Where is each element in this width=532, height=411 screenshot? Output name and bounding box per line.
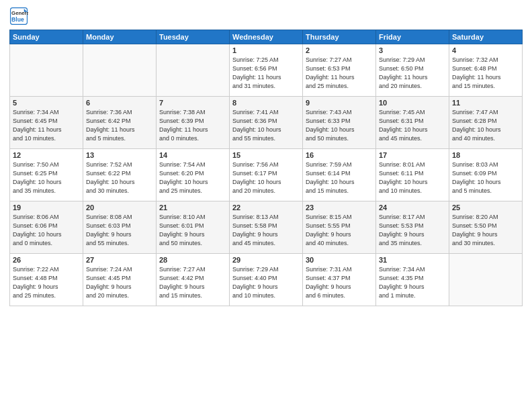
day-number: 7	[159, 99, 226, 107]
day-number: 21	[159, 203, 226, 212]
calendar-cell: 30Sunrise: 7:31 AM Sunset: 4:37 PM Dayli…	[303, 254, 376, 306]
day-info: Sunrise: 8:10 AM Sunset: 6:01 PM Dayligh…	[159, 213, 226, 248]
weekday-header: Monday	[83, 30, 157, 44]
day-number: 11	[452, 99, 519, 107]
day-info: Sunrise: 7:50 AM Sunset: 6:25 PM Dayligh…	[13, 161, 80, 195]
calendar-cell: 2Sunrise: 7:27 AM Sunset: 6:53 PM Daylig…	[303, 44, 376, 97]
day-info: Sunrise: 8:08 AM Sunset: 6:03 PM Dayligh…	[86, 213, 153, 248]
day-info: Sunrise: 7:34 AM Sunset: 6:45 PM Dayligh…	[13, 108, 80, 143]
day-number: 14	[159, 151, 226, 159]
calendar-cell: 14Sunrise: 7:54 AM Sunset: 6:20 PM Dayli…	[157, 149, 230, 201]
day-number: 17	[379, 151, 446, 159]
svg-text:Blue: Blue	[11, 16, 24, 23]
weekday-header: Tuesday	[157, 30, 230, 44]
logo: General Blue	[9, 7, 28, 26]
calendar-cell	[449, 254, 523, 306]
day-info: Sunrise: 7:32 AM Sunset: 6:48 PM Dayligh…	[452, 56, 519, 91]
day-info: Sunrise: 7:56 AM Sunset: 6:17 PM Dayligh…	[232, 161, 300, 195]
day-number: 12	[13, 151, 80, 159]
day-number: 18	[452, 151, 519, 159]
weekday-row: SundayMondayTuesdayWednesdayThursdayFrid…	[10, 30, 523, 44]
day-info: Sunrise: 7:34 AM Sunset: 4:35 PM Dayligh…	[379, 265, 446, 300]
day-info: Sunrise: 7:59 AM Sunset: 6:14 PM Dayligh…	[306, 161, 373, 195]
day-number: 22	[232, 203, 300, 212]
calendar-cell: 31Sunrise: 7:34 AM Sunset: 4:35 PM Dayli…	[376, 254, 449, 306]
day-number: 10	[379, 99, 446, 107]
day-info: Sunrise: 7:38 AM Sunset: 6:39 PM Dayligh…	[159, 108, 226, 143]
day-info: Sunrise: 8:06 AM Sunset: 6:06 PM Dayligh…	[13, 213, 80, 248]
day-info: Sunrise: 7:29 AM Sunset: 4:40 PM Dayligh…	[232, 265, 300, 300]
day-info: Sunrise: 8:17 AM Sunset: 5:53 PM Dayligh…	[379, 213, 446, 248]
calendar-body: 1Sunrise: 7:25 AM Sunset: 6:56 PM Daylig…	[10, 44, 523, 306]
calendar-cell: 4Sunrise: 7:32 AM Sunset: 6:48 PM Daylig…	[449, 44, 523, 97]
day-number: 27	[86, 256, 153, 264]
calendar-cell: 3Sunrise: 7:29 AM Sunset: 6:50 PM Daylig…	[376, 44, 449, 97]
calendar-cell	[10, 44, 83, 97]
day-number: 3	[379, 46, 446, 54]
day-info: Sunrise: 7:41 AM Sunset: 6:36 PM Dayligh…	[232, 108, 300, 143]
header: General Blue	[9, 7, 523, 26]
weekday-header: Friday	[376, 30, 449, 44]
calendar-cell: 24Sunrise: 8:17 AM Sunset: 5:53 PM Dayli…	[376, 201, 449, 254]
calendar-cell: 5Sunrise: 7:34 AM Sunset: 6:45 PM Daylig…	[10, 97, 83, 149]
day-number: 23	[306, 203, 373, 212]
day-number: 9	[306, 99, 373, 107]
day-number: 25	[452, 203, 519, 212]
day-info: Sunrise: 7:31 AM Sunset: 4:37 PM Dayligh…	[306, 265, 373, 300]
day-number: 19	[13, 203, 80, 212]
calendar-page: General Blue SundayMondayTuesdayWednesda…	[0, 0, 532, 411]
calendar-week-row: 12Sunrise: 7:50 AM Sunset: 6:25 PM Dayli…	[10, 149, 523, 201]
calendar-cell: 18Sunrise: 8:03 AM Sunset: 6:09 PM Dayli…	[449, 149, 523, 201]
calendar-cell: 19Sunrise: 8:06 AM Sunset: 6:06 PM Dayli…	[10, 201, 83, 254]
day-number: 6	[86, 99, 153, 107]
day-info: Sunrise: 8:01 AM Sunset: 6:11 PM Dayligh…	[379, 161, 446, 195]
calendar-cell	[83, 44, 157, 97]
day-info: Sunrise: 7:29 AM Sunset: 6:50 PM Dayligh…	[379, 56, 446, 91]
calendar-cell: 20Sunrise: 8:08 AM Sunset: 6:03 PM Dayli…	[83, 201, 157, 254]
day-number: 4	[452, 46, 519, 54]
day-info: Sunrise: 7:54 AM Sunset: 6:20 PM Dayligh…	[159, 161, 226, 195]
calendar-week-row: 19Sunrise: 8:06 AM Sunset: 6:06 PM Dayli…	[10, 201, 523, 254]
calendar-cell: 27Sunrise: 7:24 AM Sunset: 4:45 PM Dayli…	[83, 254, 157, 306]
day-info: Sunrise: 7:27 AM Sunset: 6:53 PM Dayligh…	[306, 56, 373, 91]
calendar-cell: 26Sunrise: 7:22 AM Sunset: 4:48 PM Dayli…	[10, 254, 83, 306]
calendar-cell: 21Sunrise: 8:10 AM Sunset: 6:01 PM Dayli…	[157, 201, 230, 254]
weekday-header: Wednesday	[230, 30, 303, 44]
day-number: 5	[13, 99, 80, 107]
calendar-cell: 25Sunrise: 8:20 AM Sunset: 5:50 PM Dayli…	[449, 201, 523, 254]
day-number: 15	[232, 151, 300, 159]
logo-icon: General Blue	[9, 7, 28, 26]
calendar-cell: 9Sunrise: 7:43 AM Sunset: 6:33 PM Daylig…	[303, 97, 376, 149]
day-info: Sunrise: 7:45 AM Sunset: 6:31 PM Dayligh…	[379, 108, 446, 143]
calendar-cell: 16Sunrise: 7:59 AM Sunset: 6:14 PM Dayli…	[303, 149, 376, 201]
calendar-cell: 11Sunrise: 7:47 AM Sunset: 6:28 PM Dayli…	[449, 97, 523, 149]
day-info: Sunrise: 8:03 AM Sunset: 6:09 PM Dayligh…	[452, 161, 519, 195]
calendar-cell: 13Sunrise: 7:52 AM Sunset: 6:22 PM Dayli…	[83, 149, 157, 201]
weekday-header: Thursday	[303, 30, 376, 44]
calendar-cell: 6Sunrise: 7:36 AM Sunset: 6:42 PM Daylig…	[83, 97, 157, 149]
calendar-cell: 29Sunrise: 7:29 AM Sunset: 4:40 PM Dayli…	[230, 254, 303, 306]
weekday-header: Saturday	[449, 30, 523, 44]
calendar-cell: 12Sunrise: 7:50 AM Sunset: 6:25 PM Dayli…	[10, 149, 83, 201]
day-number: 29	[232, 256, 300, 264]
calendar-cell: 22Sunrise: 8:13 AM Sunset: 5:58 PM Dayli…	[230, 201, 303, 254]
calendar-cell	[157, 44, 230, 97]
day-info: Sunrise: 8:15 AM Sunset: 5:55 PM Dayligh…	[306, 213, 373, 248]
calendar-table: SundayMondayTuesdayWednesdayThursdayFrid…	[9, 30, 523, 306]
calendar-week-row: 26Sunrise: 7:22 AM Sunset: 4:48 PM Dayli…	[10, 254, 523, 306]
calendar-cell: 28Sunrise: 7:27 AM Sunset: 4:42 PM Dayli…	[157, 254, 230, 306]
calendar-cell: 1Sunrise: 7:25 AM Sunset: 6:56 PM Daylig…	[230, 44, 303, 97]
day-info: Sunrise: 7:43 AM Sunset: 6:33 PM Dayligh…	[306, 108, 373, 143]
day-info: Sunrise: 7:22 AM Sunset: 4:48 PM Dayligh…	[13, 265, 80, 300]
calendar-cell: 15Sunrise: 7:56 AM Sunset: 6:17 PM Dayli…	[230, 149, 303, 201]
day-number: 24	[379, 203, 446, 212]
day-info: Sunrise: 7:36 AM Sunset: 6:42 PM Dayligh…	[86, 108, 153, 143]
day-info: Sunrise: 7:24 AM Sunset: 4:45 PM Dayligh…	[86, 265, 153, 300]
day-info: Sunrise: 7:47 AM Sunset: 6:28 PM Dayligh…	[452, 108, 519, 143]
day-number: 2	[306, 46, 373, 54]
day-number: 26	[13, 256, 80, 264]
day-info: Sunrise: 7:27 AM Sunset: 4:42 PM Dayligh…	[159, 265, 226, 300]
day-number: 28	[159, 256, 226, 264]
day-number: 13	[86, 151, 153, 159]
calendar-cell: 8Sunrise: 7:41 AM Sunset: 6:36 PM Daylig…	[230, 97, 303, 149]
